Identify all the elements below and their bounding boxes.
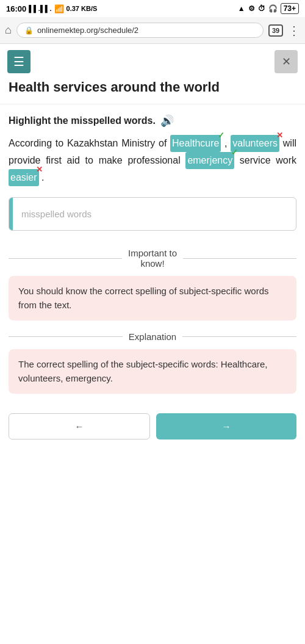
section-label: Highlight the misspelled words. 🔊: [9, 114, 296, 128]
passage-comma: ,: [224, 138, 231, 148]
divider-explanation: Explanation: [9, 331, 296, 342]
page-title: Health services around the world: [0, 73, 305, 104]
page-toolbar: ☰ ✕: [0, 44, 305, 73]
close-button[interactable]: ✕: [274, 50, 298, 73]
input-placeholder[interactable]: misspelled words: [13, 198, 296, 230]
alarm-icon: ▲: [238, 4, 245, 13]
passage-text-pre1: According to Kazakhstan Ministry of: [9, 138, 170, 148]
url-text: onlinemektep.org/schedule/2: [37, 26, 138, 35]
main-content: Highlight the misspelled words. 🔊 Accord…: [0, 114, 305, 394]
menu-dots-icon[interactable]: ⋮: [288, 23, 300, 38]
misspelled-input-area[interactable]: misspelled words: [9, 197, 296, 231]
status-left: 16:00 ▌▌.▌▌. 📶 0.37 KB/S: [6, 4, 97, 13]
word-valunteers[interactable]: valunteers ✕: [231, 135, 279, 152]
clock-icon: ⏱: [258, 4, 265, 13]
url-bar[interactable]: 🔒 onlinemektep.org/schedule/2: [16, 23, 264, 38]
divider-label-explanation: Explanation: [129, 331, 176, 342]
divider-important: Important toknow!: [9, 248, 296, 269]
battery-label: 73+: [281, 3, 299, 14]
hamburger-button[interactable]: ☰: [7, 50, 30, 73]
divider-line-right-explanation: [182, 336, 296, 337]
word-healthcure[interactable]: Healthcure ✓: [170, 135, 221, 152]
headphone-icon: 🎧: [268, 4, 278, 13]
next-icon: →: [222, 421, 231, 432]
info-box-explanation: The correct spelling of the subject-spec…: [9, 349, 296, 394]
word-emerjency[interactable]: emerjency ✓: [185, 152, 234, 169]
passage-mid3: service work: [240, 155, 296, 165]
status-bar: 16:00 ▌▌.▌▌. 📶 0.37 KB/S ▲ ⚙ ⏱ 🎧 73+: [0, 0, 305, 17]
bottom-buttons: ← →: [0, 405, 305, 446]
browser-bar: ⌂ 🔒 onlinemektep.org/schedule/2 39 ⋮: [0, 17, 305, 44]
section-label-text: Highlight the misspelled words.: [9, 115, 156, 126]
divider-line-left-explanation: [9, 336, 123, 337]
signal-icon: ▌▌.▌▌.: [29, 5, 51, 12]
settings-icon: ⚙: [248, 4, 255, 13]
badge-valunteers: ✕: [276, 129, 283, 143]
hamburger-icon: ☰: [13, 54, 24, 69]
divider-line-left-important: [9, 258, 122, 259]
close-icon: ✕: [282, 55, 291, 68]
badge-healthcure: ✓: [218, 129, 224, 143]
passage: According to Kazakhstan Ministry of Heal…: [9, 135, 296, 186]
status-right: ▲ ⚙ ⏱ 🎧 73+: [238, 3, 299, 14]
tab-count[interactable]: 39: [268, 24, 283, 37]
wifi-icon: 📶: [54, 4, 64, 13]
page-content: ☰ ✕ Health services around the world Hig…: [0, 44, 305, 446]
word-easier[interactable]: easier ✕: [9, 169, 39, 186]
badge-emerjency: ✓: [231, 146, 238, 160]
back-button[interactable]: ←: [9, 413, 150, 440]
divider-line-right-important: [183, 258, 296, 259]
next-button[interactable]: →: [156, 413, 296, 440]
home-button[interactable]: ⌂: [5, 24, 12, 37]
divider-label-important: Important toknow!: [128, 248, 177, 269]
lock-icon: 🔒: [24, 26, 34, 35]
speaker-icon[interactable]: 🔊: [160, 114, 174, 128]
info-box-important: You should know the correct spelling of …: [9, 276, 296, 320]
time-label: 16:00: [6, 4, 26, 13]
badge-easier: ✕: [36, 163, 43, 177]
wifi-speed: 0.37 KB/S: [66, 5, 98, 12]
back-icon: ←: [75, 421, 84, 432]
